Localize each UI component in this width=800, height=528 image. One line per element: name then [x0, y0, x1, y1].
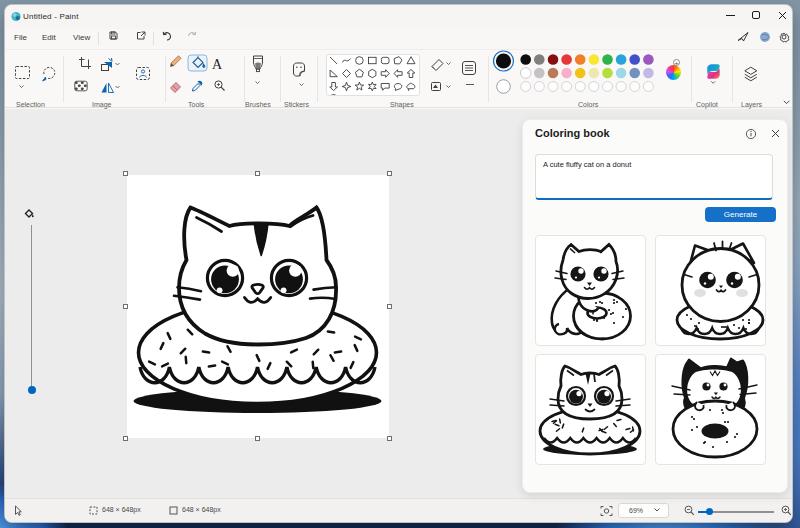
svg-text:A: A	[212, 57, 223, 72]
